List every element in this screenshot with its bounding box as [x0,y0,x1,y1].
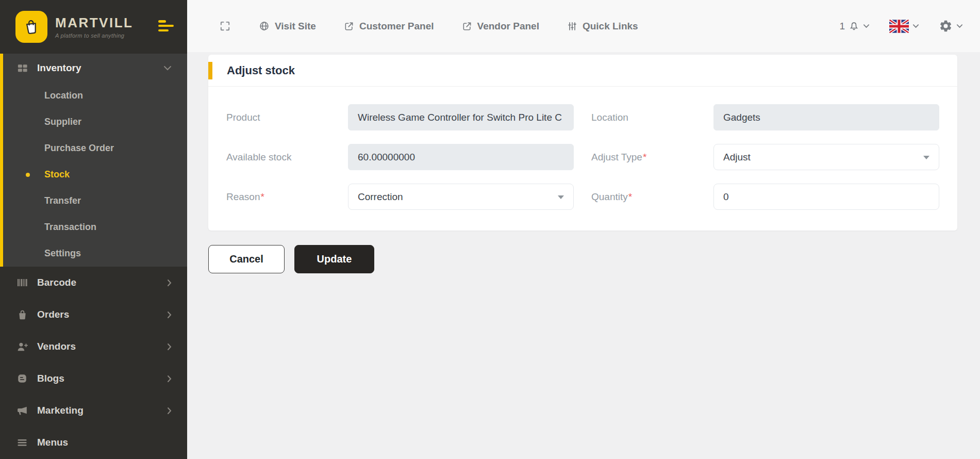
location-input[interactable] [713,104,939,130]
vendor-panel-link[interactable]: Vendor Panel [462,21,539,32]
required-asterisk: * [628,191,632,202]
cancel-button[interactable]: Cancel [208,245,285,273]
chevron-right-icon [167,407,172,415]
label-text: Adjust Type [591,152,642,162]
reason-label: Reason* [226,191,348,203]
card-header: Adjust stock [208,55,957,87]
chevron-down-icon [163,65,172,71]
sub-item-label: Supplier [44,117,81,127]
reason-select[interactable]: Correction [348,184,574,210]
chevron-right-icon [167,375,172,383]
brand-logo[interactable] [15,11,47,43]
quick-links-link[interactable]: Quick Links [567,21,638,32]
sidebar: MARTVILL A platform to sell anything Inv… [0,0,187,459]
sub-item-label: Transaction [44,222,96,233]
adjust-type-label: Adjust Type* [574,152,713,163]
link-label: Visit Site [275,21,316,32]
chevron-down-icon [863,24,870,28]
sidebar-toggle-icon[interactable] [158,20,175,31]
external-link-icon [344,21,354,31]
sub-item-label: Purchase Order [44,143,114,154]
customer-panel-link[interactable]: Customer Panel [344,21,434,32]
nav-item-label: Menus [37,437,68,448]
adjust-type-select[interactable]: Adjust [713,144,939,170]
available-stock-input[interactable] [348,144,574,170]
notifications-menu[interactable]: 1 [839,20,870,32]
sliders-icon [567,21,577,31]
sidebar-item-marketing[interactable]: Marketing [0,395,187,427]
globe-icon [259,21,270,31]
sidebar-item-blogs[interactable]: Blogs [0,363,187,395]
sidebar-item-location[interactable]: Location [3,83,187,109]
adjust-stock-card: Adjust stock Product Location Available … [208,55,957,231]
inventory-grid-icon [16,62,28,74]
chevron-right-icon [167,311,172,319]
nav-item-label: Orders [37,309,69,320]
list-icon [15,436,29,449]
sidebar-header: MARTVILL A platform to sell anything [0,0,187,54]
sidebar-item-menus[interactable]: Menus [0,427,187,458]
brand-tagline: A platform to sell anything [55,32,133,39]
sub-item-label: Stock [44,169,70,180]
uk-flag-icon [889,20,909,33]
selected-value: Adjust [723,152,751,163]
nav-item-label: Blogs [37,373,64,384]
person-plus-icon [15,340,29,353]
quantity-input[interactable] [713,184,939,210]
sidebar-item-inventory[interactable]: Inventory [3,54,187,83]
sidebar-item-supplier[interactable]: Supplier [3,109,187,135]
form-actions: Cancel Update [208,245,374,273]
barcode-icon [15,276,29,289]
sidebar-item-stock[interactable]: Stock [3,161,187,188]
gear-icon [939,19,953,33]
nav-item-label: Vendors [37,341,76,352]
brand-text: MARTVILL A platform to sell anything [55,15,133,39]
sub-item-label: Location [44,90,83,101]
required-asterisk: * [643,152,646,162]
sidebar-item-purchase-order[interactable]: Purchase Order [3,135,187,161]
sub-item-label: Transfer [44,195,81,206]
blog-icon [15,373,29,384]
sidebar-item-label: Inventory [37,62,81,74]
chevron-down-icon [912,24,919,28]
required-asterisk: * [261,191,264,202]
sidebar-item-transfer[interactable]: Transfer [3,188,187,214]
shopping-bag-icon [15,309,29,321]
title-accent-bar [208,62,212,79]
quantity-label: Quantity* [574,191,713,203]
nav-item-label: Marketing [37,405,84,416]
select-caret-icon [923,156,929,159]
sub-item-label: Settings [44,248,81,259]
chevron-right-icon [167,279,172,287]
sidebar-item-barcode[interactable]: Barcode [0,267,187,299]
sidebar-item-vendors[interactable]: Vendors [0,331,187,363]
sidebar-item-settings[interactable]: Settings [3,240,187,267]
fullscreen-icon[interactable] [219,20,231,32]
label-text: Quantity [591,191,628,202]
topbar-right: 1 [839,19,963,33]
language-menu[interactable] [889,20,919,33]
sidebar-item-transaction[interactable]: Transaction [3,214,187,240]
product-input[interactable] [348,104,574,130]
megaphone-icon [15,404,29,417]
topbar: Visit Site Customer Panel Vendor Panel Q… [187,0,980,52]
shopping-bag-logo-icon [21,17,42,37]
sidebar-item-orders[interactable]: Orders [0,299,187,331]
brand-name: MARTVILL [55,15,133,31]
bell-icon [849,20,859,32]
external-link-icon [462,21,472,31]
link-label: Quick Links [583,21,638,32]
notification-count-badge: 1 [839,21,845,32]
nav-item-label: Barcode [37,277,76,288]
sidebar-section-inventory: Inventory Location Supplier Purchase Ord… [0,54,187,267]
settings-menu[interactable] [939,19,963,33]
label-text: Reason [226,191,260,202]
adjust-stock-form: Product Location Available stock Adjust … [208,87,957,210]
visit-site-link[interactable]: Visit Site [259,21,316,32]
update-button[interactable]: Update [294,245,374,273]
app-window: MARTVILL A platform to sell anything Inv… [0,0,980,459]
link-label: Customer Panel [359,21,434,32]
select-caret-icon [558,195,564,199]
page-title: Adjust stock [227,64,295,77]
chevron-right-icon [167,343,172,351]
